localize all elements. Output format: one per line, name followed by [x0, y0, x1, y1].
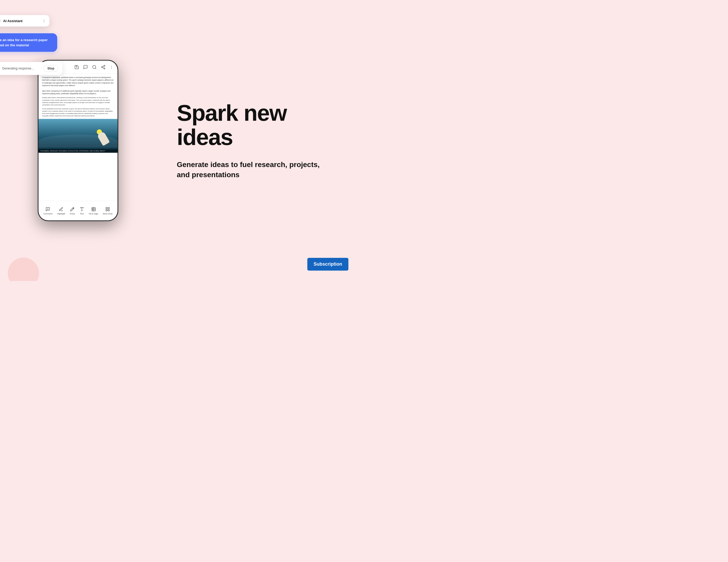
image-caption: PICKLEBALL UNVEILED: PICKLEBALL'S EVOLUT…	[41, 150, 115, 152]
headline-line1: Spark new	[177, 100, 287, 126]
svg-point-5	[104, 68, 105, 69]
fill-sign-icon	[91, 207, 96, 211]
phone-image-area: PICKLEBALL UNVEILED: PICKLEBALL'S EVOLUT…	[38, 119, 118, 153]
phone-frame: ←	[38, 60, 118, 221]
svg-point-4	[101, 66, 103, 68]
svg-line-7	[102, 66, 104, 67]
doc-text-3: doubles play fosters camaraderie and tea…	[42, 96, 114, 106]
toolbar-text-label: Text	[80, 212, 84, 215]
stop-button[interactable]: Stop	[43, 65, 58, 72]
prompt-text: Give an idea for a research paper based …	[0, 37, 53, 48]
headline-line2: ideas	[177, 124, 233, 150]
doc-text-area-3: doubles play fosters camaraderie and tea…	[38, 95, 118, 119]
left-section: × AI Assistant ⋮ Give an idea for a rese…	[0, 0, 156, 281]
toolbar-comment-label: Comment	[43, 212, 53, 215]
svg-line-6	[102, 67, 104, 68]
phone-doc-content-top: Compared to badminton, pickleball shares…	[38, 74, 118, 90]
highlight-tool-icon	[59, 207, 63, 211]
svg-rect-12	[92, 207, 95, 211]
highlight-icon[interactable]	[74, 65, 79, 69]
generating-bar: Generating response... Stop	[0, 62, 62, 75]
toolbar-draw[interactable]: Draw	[70, 207, 75, 215]
toolbar-fill-sign-label: Fill & Sign	[89, 212, 98, 215]
toolbar-more-tools-label: More tools	[103, 212, 113, 215]
ai-close-button[interactable]: ×	[0, 18, 1, 23]
doc-text-1: Compared to badminton, pickleball shares…	[42, 76, 114, 87]
headline: Spark new ideas	[177, 101, 343, 149]
right-section: Spark new ideas Generate ideas to fuel r…	[156, 0, 364, 281]
toolbar-draw-label: Draw	[70, 212, 75, 215]
toolbar-comment[interactable]: Comment	[43, 207, 53, 215]
text-tool-icon	[80, 207, 84, 211]
toolbar-fill-sign[interactable]: Fill & Sign	[89, 207, 98, 215]
svg-rect-17	[108, 207, 109, 209]
toolbar-text[interactable]: Text	[80, 207, 84, 215]
more-tools-icon	[105, 207, 110, 211]
toolbar-more-tools[interactable]: More tools	[103, 207, 113, 215]
svg-rect-16	[106, 207, 107, 209]
ai-assistant-panel: × AI Assistant ⋮	[0, 15, 49, 27]
phone-image-overlay: PICKLEBALL UNVEILED: PICKLEBALL'S EVOLUT…	[38, 149, 118, 153]
phone-top-icons: ⋮	[74, 65, 113, 69]
phone-screen: ←	[38, 61, 118, 220]
svg-rect-18	[106, 209, 107, 211]
svg-point-1	[93, 65, 96, 68]
subtext: Generate ideas to fuel research, project…	[177, 159, 322, 180]
comment-plus-icon	[45, 207, 50, 211]
toolbar-highlight-label: Highlight	[57, 212, 65, 215]
doc-text-4: As the pickleball community continues to…	[42, 108, 114, 117]
svg-line-2	[95, 68, 96, 69]
draw-icon	[70, 207, 75, 211]
toolbar-highlight[interactable]: Highlight	[57, 207, 65, 215]
ai-assistant-title: AI Assistant	[3, 19, 23, 23]
doc-text-2: ident when comparing it to traditional s…	[42, 90, 114, 95]
phone-toolbar: Comment Highlight Draw	[38, 201, 118, 220]
ai-menu-dots[interactable]: ⋮	[42, 19, 46, 23]
svg-point-3	[104, 65, 105, 66]
share-icon[interactable]	[101, 65, 106, 69]
svg-rect-19	[108, 209, 109, 211]
generating-text: Generating response...	[2, 67, 34, 70]
comment-icon[interactable]	[83, 65, 88, 69]
more-icon[interactable]: ⋮	[110, 65, 113, 69]
subscription-badge[interactable]: Subscription	[307, 258, 348, 270]
search-icon[interactable]	[92, 65, 97, 69]
prompt-bubble: Give an idea for a research paper based …	[0, 33, 57, 52]
generating-left: Generating response...	[0, 67, 34, 70]
doc-text-area-2: ident when comparing it to traditional s…	[38, 90, 118, 95]
